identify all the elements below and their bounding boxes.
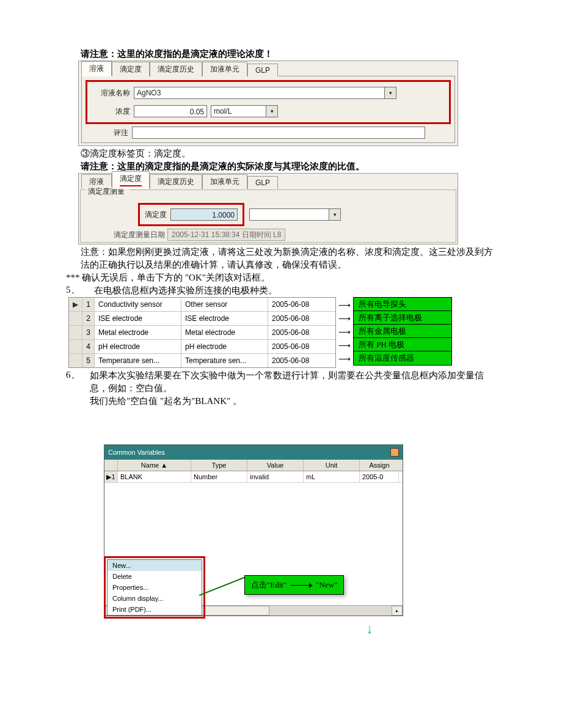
context-menu: New... Delete Properties... Column displ… [107,559,202,616]
cell-sensor-kind[interactable]: ISE electrode [181,312,268,325]
scroll-right-icon[interactable]: ▸ [392,606,403,616]
row-number: 4 [82,340,95,353]
menu-item-column-display[interactable]: Column display... [108,593,202,604]
row-number: 5 [82,354,95,367]
tab-glp[interactable]: GLP [247,64,278,76]
arrow-down-icon: ↓ [243,621,496,637]
menu-item-properties[interactable]: Properties... [108,582,202,593]
col-unit[interactable]: Unit [304,460,360,471]
desc-metal: 所有金属电极 [354,325,451,338]
concentration-unit-value: mol/L [214,107,232,116]
solution-name-value: AgNO3 [137,89,161,97]
cell-date: 2005-06-08 [268,312,335,325]
titer-label: 滴定度 [145,210,167,220]
electrode-table-block: ▶ 1 Conductivity sensor Other sensor 200… [68,297,496,368]
cell-type: Number [191,471,247,482]
solution-name-combo[interactable]: AgNO3 ▾ [134,87,396,99]
step5-number: 5、 [66,284,94,296]
titer-date-value: 2005-12-31 15:38:34 日期时间 L8 [167,229,285,241]
solution-name-label: 溶液名称 [93,88,130,98]
titer-unit-combo[interactable]: ▾ [249,208,341,221]
titer-highlight: 滴定度 1.0000 [138,203,244,226]
cell-date: 2005-06-08 [268,354,335,367]
cell-sensor-type[interactable]: Temperature sen... [95,354,181,367]
note-click-ok: *** 确认无误后，单击下方的 "OK"关闭该对话框。 [66,271,496,284]
cell-date: 2005-06-08 [268,340,335,353]
desc-ph: 所有 PH 电极 [354,338,451,351]
cell-date: 2005-06-08 [268,326,335,339]
window-button-icon[interactable] [390,448,399,457]
electrode-descriptions: 所有电导探头 所有离子选择电极 所有金属电极 所有 PH 电极 所有温度传感器 [353,297,452,366]
cell-value: invalid [247,471,304,482]
table-row[interactable]: ▶ 1 BLANK Number invalid mL 2005-0 [104,471,403,483]
cell-unit: mL [304,471,360,482]
col-name[interactable]: Name ▲ [118,460,191,471]
tab-titer-history[interactable]: 滴定度历史 [150,62,202,76]
callout-edit-new: 点击"Edit" "New" [244,575,344,595]
scroll-thumb[interactable] [195,606,269,616]
col-value[interactable]: Value [247,460,304,471]
arrow-right-icon: ⟶ [336,312,353,325]
cell-sensor-kind[interactable]: Metal electrode [181,326,268,339]
tab-titer-history-2[interactable]: 滴定度历史 [150,174,202,189]
tab-titer[interactable]: 滴定度 [112,62,150,76]
desc-temp: 所有温度传感器 [354,351,451,365]
col-assign[interactable]: Assign [360,460,399,471]
arrow-right-icon: ⟶ [336,325,353,339]
cell-date: 2005-06-08 [268,298,335,311]
cell-sensor-kind[interactable]: pH electrode [181,340,268,353]
tab-glp-2[interactable]: GLP [247,176,278,189]
step6-text-b: 我们先给"空白值 "起名为"BLANK" 。 [90,395,496,408]
callout-leader-line [199,572,248,597]
tabstrip-1: 溶液 滴定度 滴定度历史 加液单元 GLP [79,62,458,76]
arrow-right-icon: ⟶ [336,339,353,352]
cell-sensor-kind[interactable]: Other sensor [181,298,268,311]
step6-text-a: 如果本次实验结果要在下次实验中做为一个常数进行计算，则需要在公共变量信息框内添加… [90,369,496,395]
caption-titer-tab: ③滴定度标签页：滴定度。 [81,147,496,160]
cell-sensor-type[interactable]: ISE electrode [95,312,181,325]
row-indicator-icon: ▶ [69,298,82,311]
chevron-down-icon[interactable]: ▾ [329,209,340,220]
row-number: 3 [82,326,95,339]
tab-solution[interactable]: 溶液 [81,61,112,76]
concentration-unit-combo[interactable]: mol/L ▾ [211,105,278,117]
concentration-input[interactable]: 0.05 [134,105,207,117]
column-headers: Name ▲ Type Value Unit Assign [104,460,403,471]
arrow-column: ⟶ ⟶ ⟶ ⟶ ⟶ [336,297,353,366]
callout-text-a: 点击"Edit" [251,579,286,590]
chevron-down-icon[interactable]: ▾ [266,106,277,117]
col-rowhdr[interactable] [104,460,118,471]
cell-sensor-type[interactable]: pH electrode [95,340,181,353]
cell-assign: 2005-0 [360,471,399,482]
menu-item-print-pdf[interactable]: Print (PDF)... [108,604,202,615]
titer-date-label: 滴定度测量日期 [114,230,165,240]
tab-titer-2[interactable]: 滴定度 [112,171,150,189]
comment-input[interactable] [132,127,425,139]
tab-dosing-unit-2[interactable]: 加液单元 [202,174,247,189]
arrow-right-icon: ⟶ [336,298,353,312]
cell-sensor-type[interactable]: Metal electrode [95,326,181,339]
note-replace-titrant: 注意：如果您刚刚更换过滴定液，请将这三处改为新换滴定液的名称、浓度和滴定度。这三… [81,246,496,271]
electrode-grid: ▶ 1 Conductivity sensor Other sensor 200… [68,297,336,368]
callout-text-b: "New" [316,580,337,590]
concentration-label: 浓度 [93,106,130,117]
chevron-down-icon[interactable]: ▾ [384,87,396,98]
svg-line-0 [199,577,246,595]
menu-item-new[interactable]: New... [108,560,202,571]
desc-conductivity: 所有电导探头 [354,298,451,311]
comment-label: 评注 [92,128,128,138]
context-menu-highlight: New... Delete Properties... Column displ… [104,556,205,619]
cell-sensor-type[interactable]: Conductivity sensor [95,298,181,311]
arrow-right-icon: ⟶ [336,352,353,366]
desc-ise: 所有离子选择电极 [354,311,451,325]
step5-text: 在电极信息框内选择实验所连接的电极种类。 [94,284,277,297]
menu-item-delete[interactable]: Delete [108,571,202,582]
tab-dosing-unit[interactable]: 加液单元 [202,62,247,76]
titer-input[interactable]: 1.0000 [170,208,238,221]
solution-tab-screenshot: 溶液 滴定度 滴定度历史 加液单元 GLP 溶液名称 AgNO3 ▾ 浓度 0.… [78,61,458,146]
col-type[interactable]: Type [191,460,247,471]
row-indicator-icon: ▶ 1 [104,471,118,482]
highlighted-fields: 溶液名称 AgNO3 ▾ 浓度 0.05 mol/L ▾ [86,80,451,124]
tabstrip-2: 溶液 滴定度 滴定度历史 加液单元 GLP [79,175,458,188]
cell-sensor-kind[interactable]: Temperature sen... [181,354,268,367]
